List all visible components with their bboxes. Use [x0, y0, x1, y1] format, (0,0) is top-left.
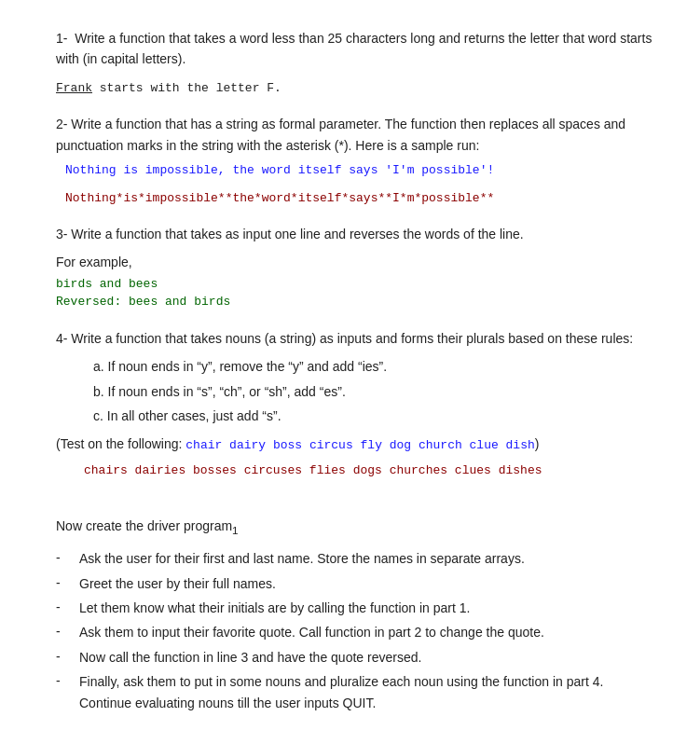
driver-item-3-text: Let them know what their initials are by…	[79, 598, 470, 618]
section3-for-example: For example,	[56, 252, 653, 272]
driver-item-1-text: Ask the user for their first and last na…	[79, 548, 525, 569]
rule-b: b. If noun ends in “s”, “ch”, or “sh”, a…	[93, 381, 653, 402]
driver-item-5: - Now call the function in line 3 and ha…	[56, 647, 653, 668]
section2-sample: Nothing is impossible, the word itself s…	[65, 161, 653, 180]
driver-item-2-text: Greet the user by their full names.	[79, 573, 276, 594]
section4-number: 4-	[56, 331, 67, 346]
section1-sample: Frank starts with the letter F.	[56, 77, 653, 98]
driver-item-4-text: Ask them to input their favorite quote. …	[79, 622, 544, 642]
section-4: 4- Write a function that takes nouns (a …	[56, 328, 653, 480]
section3-number: 3-	[56, 227, 67, 241]
driver-item-6-text: Finally, ask them to put in some nouns a…	[79, 671, 653, 713]
driver-item-3: - Let them know what their initials are …	[56, 598, 653, 618]
section4-rules: a. If noun ends in “y”, remove the “y” a…	[56, 356, 653, 426]
bullet-dash-6: -	[56, 671, 75, 691]
section4-text: 4- Write a function that takes nouns (a …	[56, 328, 653, 349]
section2-input: Nothing is impossible, the word itself s…	[65, 161, 653, 180]
section1-frank: Frank	[56, 81, 92, 95]
driver-item-5-text: Now call the function in line 3 and have…	[79, 647, 421, 668]
driver-item-2: - Greet the user by their full names.	[56, 573, 653, 594]
section2-text: 2- Write a function that has a string as…	[56, 114, 653, 156]
driver-items: - Ask the user for their first and last …	[56, 548, 653, 713]
rule-a: a. If noun ends in “y”, remove the “y” a…	[93, 356, 653, 377]
bullet-dash-3: -	[56, 598, 75, 617]
section1-number: 1-	[56, 31, 67, 46]
driver-heading: Now create the driver program1	[56, 516, 653, 539]
section2-number: 2-	[56, 117, 67, 131]
driver-item-4: - Ask them to input their favorite quote…	[56, 622, 653, 642]
driver-item-6: - Finally, ask them to put in some nouns…	[56, 671, 653, 713]
section-1: 1- Write a function that takes a word le…	[56, 28, 653, 97]
section4-output: chairs dairies bosses circuses flies dog…	[84, 462, 653, 480]
bullet-dash-4: -	[56, 622, 75, 641]
section4-result: chairs dairies bosses circuses flies dog…	[84, 462, 653, 480]
section3-output: Reversed: bees and birds	[56, 293, 653, 311]
section4-test-line: (Test on the following: chair dairy boss…	[56, 434, 653, 456]
section-3: 3- Write a function that takes as input …	[56, 224, 653, 311]
section1-text: 1- Write a function that takes a word le…	[56, 28, 653, 70]
section4-test-words: chair dairy boss circus fly dog church c…	[185, 438, 534, 452]
section3-input: birds and bees	[56, 275, 653, 294]
driver-item-1: - Ask the user for their first and last …	[56, 548, 653, 569]
section2-output-line: Nothing*is*impossible**the*word*itself*s…	[65, 189, 653, 208]
section-2: 2- Write a function that has a string as…	[56, 114, 653, 207]
driver-section: Now create the driver program1 - Ask the…	[56, 516, 653, 713]
section2-output: Nothing*is*impossible**the*word*itself*s…	[65, 189, 653, 208]
bullet-dash-2: -	[56, 573, 75, 593]
bullet-dash-5: -	[56, 647, 75, 667]
bullet-dash-1: -	[56, 548, 75, 568]
section1-sample-text: starts with the letter F.	[92, 81, 281, 95]
section3-text: 3- Write a function that takes as input …	[56, 224, 653, 244]
rule-c: c. In all other cases, just add “s”.	[93, 406, 653, 426]
